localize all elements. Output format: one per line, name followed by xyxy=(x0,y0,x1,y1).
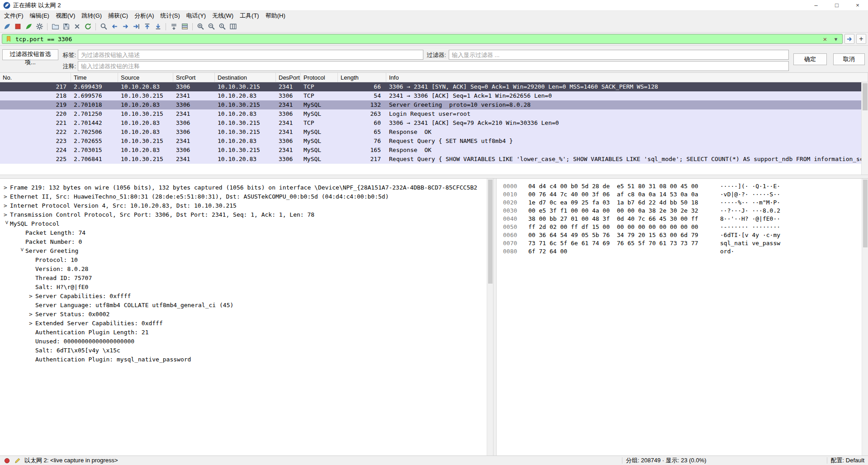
detail-line-19[interactable]: Authentication Plugin: mysql_native_pass… xyxy=(0,355,487,364)
packet-row-220[interactable]: 2202.70125010.10.30.215234110.10.20.8333… xyxy=(0,109,868,119)
comment-input[interactable] xyxy=(78,61,789,71)
hex-row-0080[interactable]: 00806f 72 64 00ord· xyxy=(503,247,868,256)
packet-row-224[interactable]: 2242.70301510.10.20.83330610.10.30.21523… xyxy=(0,146,868,155)
add-filter-button-plus[interactable]: + xyxy=(856,34,866,44)
detail-line-17[interactable]: Unused: 00000000000000000000 xyxy=(0,337,487,346)
hex-row-0070[interactable]: 007073 71 6c 5f 6e 61 74 69 76 65 5f 70 … xyxy=(503,239,868,247)
go-to-packet-icon[interactable] xyxy=(131,22,141,32)
expander-icon[interactable]: > xyxy=(4,192,10,201)
zoom-original-icon[interactable] xyxy=(217,22,227,32)
go-first-icon[interactable] xyxy=(142,22,152,32)
menu-analyze[interactable]: 分析(A) xyxy=(131,10,157,21)
stop-capture-icon[interactable] xyxy=(13,22,23,32)
menu-file[interactable]: 文件(F) xyxy=(1,10,27,21)
detail-line-14[interactable]: >Server Status: 0x0002 xyxy=(0,310,487,319)
bookmark-icon[interactable] xyxy=(5,35,13,43)
expander-icon[interactable]: > xyxy=(4,201,10,210)
column-header-time[interactable]: Time xyxy=(71,73,118,82)
detail-line-4[interactable]: >MySQL Protocol xyxy=(0,219,487,228)
ok-button[interactable]: 确定 xyxy=(793,53,827,65)
expander-icon[interactable]: > xyxy=(4,210,10,219)
colorize-icon[interactable] xyxy=(180,22,190,32)
scrollbar-thumb[interactable] xyxy=(863,180,868,247)
reload-icon[interactable] xyxy=(83,22,93,32)
expander-icon[interactable]: > xyxy=(29,310,35,319)
filter-button-preferences-button[interactable]: 过滤器按钮首选项... xyxy=(2,49,58,60)
clear-filter-icon[interactable]: × xyxy=(821,35,829,43)
filter-input[interactable] xyxy=(449,50,789,60)
hex-row-0020[interactable]: 00201e d7 0c ea 09 25 fa 03 1a b7 6d 22 … xyxy=(503,199,868,207)
profile-text[interactable]: 配置: Default xyxy=(831,456,864,465)
detail-line-18[interactable]: Salt: 6dTI\x05[v4y \x15c xyxy=(0,346,487,355)
detail-line-8[interactable]: Protocol: 10 xyxy=(0,256,487,265)
go-forward-icon[interactable] xyxy=(120,22,130,32)
scrollbar-thumb[interactable] xyxy=(863,83,868,110)
start-capture-icon[interactable] xyxy=(2,22,12,32)
detail-line-2[interactable]: >Internet Protocol Version 4, Src: 10.10… xyxy=(0,201,487,210)
hex-row-0050[interactable]: 0050ff 2d 02 00 ff df 15 00 00 00 00 00 … xyxy=(503,223,868,231)
close-button[interactable]: × xyxy=(847,0,868,10)
menu-view[interactable]: 视图(V) xyxy=(52,10,78,21)
details-scrollbar[interactable] xyxy=(487,179,493,456)
packet-row-219[interactable]: 2192.70101810.10.20.83330610.10.30.21523… xyxy=(0,100,868,109)
column-header-srcport[interactable]: SrcPort xyxy=(173,73,215,82)
detail-line-1[interactable]: >Ethernet II, Src: HuaweiTechno_51:80:31… xyxy=(0,192,487,201)
expander-icon[interactable]: > xyxy=(18,248,27,254)
hex-row-0060[interactable]: 006000 36 64 54 49 05 5b 76 34 79 20 15 … xyxy=(503,231,868,239)
column-header-info[interactable]: Info xyxy=(386,73,868,82)
hex-row-0030[interactable]: 003000 e5 3f f1 00 00 4a 00 00 00 0a 38 … xyxy=(503,207,868,215)
detail-line-7[interactable]: >Server Greeting xyxy=(0,247,487,256)
detail-line-11[interactable]: Salt: H?\r@|fE0 xyxy=(0,283,487,292)
close-file-icon[interactable] xyxy=(72,22,82,32)
menu-go[interactable]: 跳转(G) xyxy=(78,10,105,21)
expander-icon[interactable]: > xyxy=(29,292,35,301)
go-last-icon[interactable] xyxy=(153,22,163,32)
menu-tools[interactable]: 工具(T) xyxy=(237,10,262,21)
resize-columns-icon[interactable] xyxy=(228,22,238,32)
packet-row-225[interactable]: 2252.70684110.10.30.215234110.10.20.8333… xyxy=(0,155,868,164)
packet-row-221[interactable]: 2212.70144210.10.20.83330610.10.30.21523… xyxy=(0,119,868,128)
find-packet-icon[interactable] xyxy=(99,22,109,32)
detail-line-5[interactable]: Packet Length: 74 xyxy=(0,228,487,237)
hex-row-0010[interactable]: 001000 76 44 7c 40 00 3f 06 af c8 0a 0a … xyxy=(503,190,868,199)
zoom-out-icon[interactable] xyxy=(206,22,216,32)
column-header-desport[interactable]: DesPort xyxy=(276,73,301,82)
detail-line-16[interactable]: Authentication Plugin Length: 21 xyxy=(0,328,487,337)
go-back-icon[interactable] xyxy=(109,22,119,32)
apply-filter-button[interactable] xyxy=(844,34,854,44)
hex-row-0000[interactable]: 000004 d4 c4 00 b0 5d 28 de e5 51 80 31 … xyxy=(503,182,868,190)
packet-row-223[interactable]: 2232.70265510.10.30.215234110.10.20.8333… xyxy=(0,137,868,146)
minimize-button[interactable]: – xyxy=(806,0,826,10)
detail-line-6[interactable]: Packet Number: 0 xyxy=(0,237,487,247)
display-filter-input[interactable]: tcp.port == 3306 × ▾ xyxy=(2,34,843,44)
column-header-destination[interactable]: Destination xyxy=(215,73,276,82)
column-header-protocol[interactable]: Protocol xyxy=(301,73,338,82)
detail-line-13[interactable]: Server Language: utf8mb4 COLLATE utf8mb4… xyxy=(0,301,487,310)
restart-capture-icon[interactable] xyxy=(24,22,33,32)
scrollbar-thumb[interactable] xyxy=(488,180,493,284)
filter-dropdown-icon[interactable]: ▾ xyxy=(832,35,840,43)
capture-options-icon[interactable] xyxy=(34,22,44,32)
expander-icon[interactable]: > xyxy=(4,183,10,192)
open-file-icon[interactable] xyxy=(50,22,60,32)
hex-row-0040[interactable]: 004038 00 bb 27 01 00 48 3f 0d 40 7c 66 … xyxy=(503,215,868,223)
packet-list-scrollbar[interactable] xyxy=(861,82,868,175)
column-header-source[interactable]: Source xyxy=(118,73,173,82)
auto-scroll-icon[interactable] xyxy=(169,22,179,32)
expert-info-icon[interactable] xyxy=(4,457,10,464)
menu-edit[interactable]: 编辑(E) xyxy=(27,10,52,21)
expander-icon[interactable]: > xyxy=(29,319,35,328)
column-header-length[interactable]: Length xyxy=(338,73,386,82)
packet-row-218[interactable]: 2182.69957610.10.30.215234110.10.20.8333… xyxy=(0,91,868,100)
vertical-splitter[interactable] xyxy=(493,179,497,456)
menu-wireless[interactable]: 无线(W) xyxy=(209,10,237,21)
horizontal-splitter[interactable] xyxy=(0,175,868,178)
detail-line-12[interactable]: >Server Capabilities: 0xffff xyxy=(0,292,487,301)
menu-telephony[interactable]: 电话(Y) xyxy=(183,10,209,21)
capture-comment-icon[interactable] xyxy=(14,457,21,464)
zoom-in-icon[interactable] xyxy=(195,22,205,32)
menu-help[interactable]: 帮助(H) xyxy=(262,10,289,21)
packet-row-222[interactable]: 2222.70250610.10.20.83330610.10.30.21523… xyxy=(0,128,868,137)
detail-line-15[interactable]: >Extended Server Capabilities: 0xdfff xyxy=(0,319,487,328)
detail-line-10[interactable]: Thread ID: 75707 xyxy=(0,274,487,283)
